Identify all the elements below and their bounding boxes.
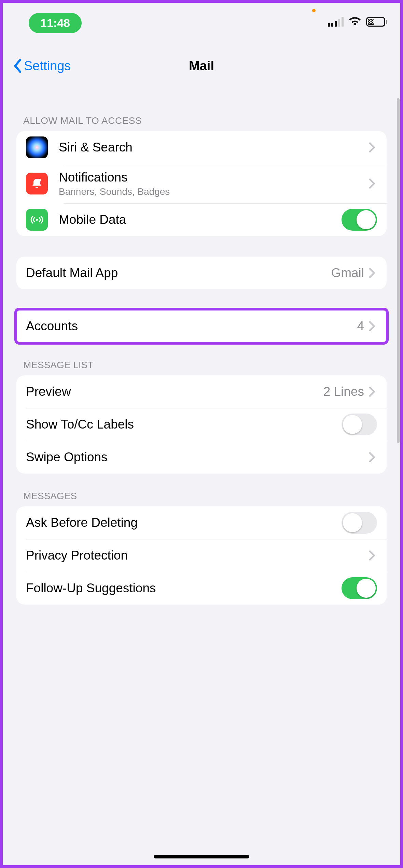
chevron-right-icon xyxy=(369,452,377,462)
row-privacy-protection[interactable]: Privacy Protection xyxy=(16,539,387,572)
cellular-signal-icon xyxy=(328,17,344,27)
svg-point-1 xyxy=(36,219,38,221)
scroll-indicator[interactable] xyxy=(397,98,400,443)
row-label: Privacy Protection xyxy=(26,548,369,563)
group-allow-access: Siri & Search Notifications Banners, Sou… xyxy=(16,131,387,236)
toggle-mobile-data[interactable] xyxy=(342,209,377,231)
chevron-right-icon xyxy=(369,387,377,397)
chevron-right-icon xyxy=(369,178,377,189)
page-title: Mail xyxy=(3,59,400,73)
chevron-right-icon xyxy=(369,142,377,153)
group-message-list: Preview 2 Lines Show To/Cc Labels Swipe … xyxy=(16,375,387,474)
group-default-app: Default Mail App Gmail xyxy=(16,257,387,289)
toggle-ask-before-deleting[interactable] xyxy=(342,512,377,534)
row-show-tocc-labels: Show To/Cc Labels xyxy=(16,408,387,441)
status-bar: 11:48 38 xyxy=(3,3,400,33)
notifications-icon xyxy=(26,173,48,194)
antenna-icon xyxy=(26,209,48,231)
row-label: Follow-Up Suggestions xyxy=(26,581,342,596)
row-label: Ask Before Deleting xyxy=(26,515,342,530)
navigation-bar: Settings Mail xyxy=(3,50,400,81)
section-header-allow: ALLOW MAIL TO ACCESS xyxy=(16,98,387,131)
chevron-right-icon xyxy=(369,321,377,331)
toggle-follow-up[interactable] xyxy=(342,577,377,599)
row-label: Notifications xyxy=(59,170,369,185)
battery-icon: 38 xyxy=(366,17,387,27)
group-accounts: Accounts 4 xyxy=(16,310,387,343)
row-label: Preview xyxy=(26,384,323,399)
section-header-messages: MESSAGES xyxy=(16,474,387,506)
toggle-show-tocc[interactable] xyxy=(342,414,377,435)
row-swipe-options[interactable]: Swipe Options xyxy=(16,441,387,474)
status-time: 11:48 xyxy=(29,13,82,33)
row-label: Swipe Options xyxy=(26,450,369,465)
row-label: Mobile Data xyxy=(59,212,342,227)
row-sublabel: Banners, Sounds, Badges xyxy=(59,186,369,197)
row-follow-up-suggestions: Follow-Up Suggestions xyxy=(16,572,387,605)
row-label: Siri & Search xyxy=(59,140,369,155)
svg-point-0 xyxy=(38,179,41,182)
section-header-message-list: MESSAGE LIST xyxy=(16,343,387,375)
row-value: Gmail xyxy=(331,266,364,280)
row-notifications[interactable]: Notifications Banners, Sounds, Badges xyxy=(16,164,387,203)
row-mobile-data: Mobile Data xyxy=(16,203,387,236)
row-default-mail-app[interactable]: Default Mail App Gmail xyxy=(16,257,387,289)
row-label: Show To/Cc Labels xyxy=(26,417,342,432)
row-siri-search[interactable]: Siri & Search xyxy=(16,131,387,164)
row-value: 2 Lines xyxy=(323,385,364,399)
group-messages: Ask Before Deleting Privacy Protection F… xyxy=(16,506,387,605)
wifi-icon xyxy=(348,17,361,27)
row-accounts[interactable]: Accounts 4 xyxy=(16,310,387,343)
row-value: 4 xyxy=(357,319,364,333)
row-preview[interactable]: Preview 2 Lines xyxy=(16,375,387,408)
chevron-right-icon xyxy=(369,550,377,561)
home-indicator[interactable] xyxy=(154,855,249,858)
row-label: Accounts xyxy=(26,319,357,334)
siri-icon xyxy=(26,136,48,158)
row-label: Default Mail App xyxy=(26,265,331,280)
chevron-right-icon xyxy=(369,268,377,278)
row-ask-before-deleting: Ask Before Deleting xyxy=(16,506,387,539)
